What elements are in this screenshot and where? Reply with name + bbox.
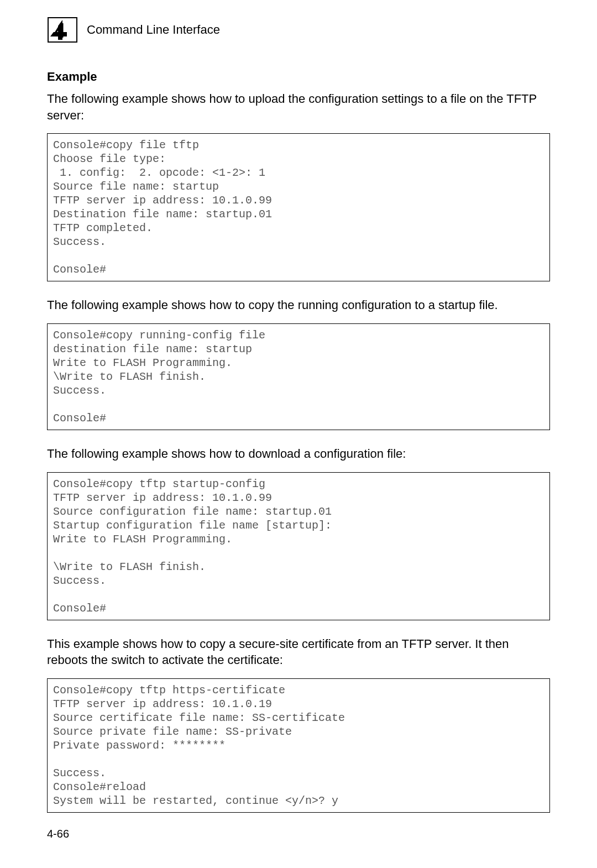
code-block-3: Console#copy tftp startup-config TFTP se… [47, 472, 550, 620]
page-header: 4 Command Line Interface [47, 17, 550, 43]
svg-text:4: 4 [54, 19, 65, 42]
example-heading: Example [47, 70, 550, 84]
header-title: Command Line Interface [87, 23, 220, 37]
chapter-number-icon: 4 [47, 17, 78, 43]
intro-text-4: This example shows how to copy a secure-… [47, 636, 550, 668]
intro-text-1: The following example shows how to uploa… [47, 91, 550, 123]
code-block-4: Console#copy tftp https-certificate TFTP… [47, 678, 550, 813]
page-number: 4-66 [47, 828, 69, 840]
code-block-1: Console#copy file tftp Choose file type:… [47, 133, 550, 281]
intro-text-3: The following example shows how to downl… [47, 446, 550, 462]
intro-text-2: The following example shows how to copy … [47, 297, 550, 313]
code-block-2: Console#copy running-config file destina… [47, 323, 550, 430]
